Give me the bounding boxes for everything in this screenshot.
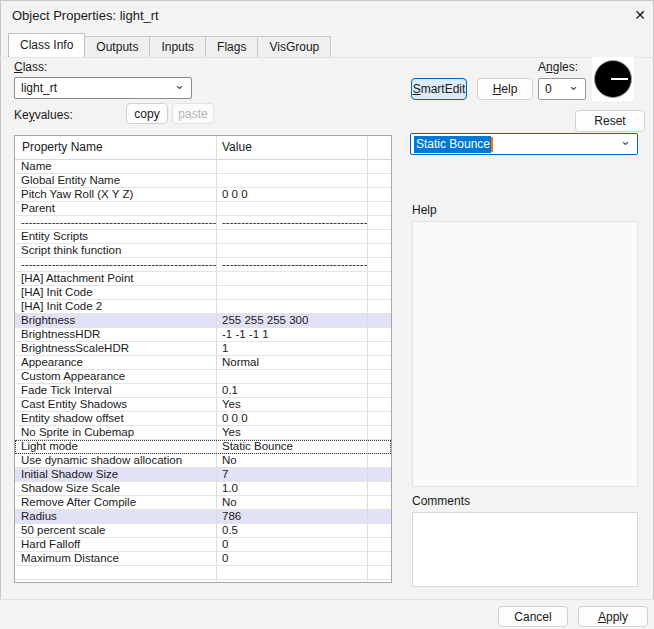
- copy-button[interactable]: copy: [126, 103, 168, 124]
- property-row[interactable]: Parent: [15, 202, 391, 216]
- tab-bar: Class InfoOutputsInputsFlagsVisGroup: [8, 34, 330, 57]
- property-row[interactable]: Global Entity Name: [15, 174, 391, 188]
- tab-visgroup[interactable]: VisGroup: [257, 36, 331, 57]
- light-mode-combobox-value: Static Bounce: [414, 136, 491, 153]
- tab-class-info[interactable]: Class Info: [8, 33, 85, 57]
- smartedit-button[interactable]: SmartEdit: [411, 78, 467, 100]
- header-property-name: Property Name: [15, 136, 217, 160]
- property-table-body: NameGlobal Entity NamePitch Yaw Roll (X …: [15, 160, 391, 583]
- property-row[interactable]: Entity Scripts: [15, 230, 391, 244]
- chevron-down-icon: ⌄: [620, 136, 631, 146]
- close-icon[interactable]: ✕: [630, 5, 650, 25]
- property-row[interactable]: Script think function: [15, 244, 391, 258]
- help-section-label: Help: [412, 203, 437, 217]
- property-row[interactable]: Maximum Distance0: [15, 552, 391, 566]
- property-row: [15, 580, 391, 583]
- property-row[interactable]: No Sprite in CubemapYes: [15, 426, 391, 440]
- property-row[interactable]: BrightnessHDR-1 -1 -1 1: [15, 328, 391, 342]
- property-table: Property Name Value NameGlobal Entity Na…: [14, 135, 392, 583]
- property-row[interactable]: Name: [15, 160, 391, 174]
- property-row[interactable]: 50 percent scale0.5: [15, 524, 391, 538]
- property-row[interactable]: Light modeStatic Bounce: [15, 440, 391, 454]
- help-box: [412, 221, 638, 487]
- tab-page-divider: [0, 57, 654, 58]
- chevron-down-icon: ⌄: [174, 80, 185, 90]
- tab-outputs[interactable]: Outputs: [84, 36, 150, 57]
- cancel-button[interactable]: Cancel: [498, 606, 568, 627]
- angle-indicator-line: [611, 78, 628, 80]
- property-row[interactable]: [HA] Init Code: [15, 286, 391, 300]
- angles-combobox[interactable]: 0 ⌄: [538, 78, 586, 100]
- property-row[interactable]: Brightness255 255 255 300: [15, 314, 391, 328]
- keyvalues-label: Keyvalues:: [14, 108, 73, 122]
- paste-button: paste: [172, 103, 214, 124]
- angles-combobox-value: 0: [545, 82, 552, 96]
- light-mode-combobox[interactable]: Static Bounce ⌄: [410, 133, 638, 155]
- tab-inputs[interactable]: Inputs: [149, 36, 206, 57]
- property-row[interactable]: BrightnessScaleHDR1: [15, 342, 391, 356]
- header-value: Value: [217, 136, 368, 160]
- property-row[interactable]: Shadow Size Scale1.0: [15, 482, 391, 496]
- property-row[interactable]: [HA] Init Code 2: [15, 300, 391, 314]
- property-row[interactable]: Hard Falloff0: [15, 538, 391, 552]
- comments-section-label: Comments: [412, 494, 470, 508]
- property-row[interactable]: Use dynamic shadow allocationNo: [15, 454, 391, 468]
- property-separator-row[interactable]: ----------------------------------------…: [15, 258, 391, 272]
- reset-button[interactable]: Reset: [575, 110, 645, 132]
- property-row[interactable]: Fade Tick Interval0.1: [15, 384, 391, 398]
- property-table-header: Property Name Value: [15, 136, 391, 160]
- tab-flags[interactable]: Flags: [205, 36, 258, 57]
- property-row[interactable]: Radius786: [15, 510, 391, 524]
- property-row[interactable]: Remove After CompileNo: [15, 496, 391, 510]
- class-label: Class:: [14, 60, 47, 74]
- property-row[interactable]: Cast Entity ShadowsYes: [15, 398, 391, 412]
- property-row[interactable]: AppearanceNormal: [15, 356, 391, 370]
- help-button[interactable]: Help: [477, 78, 533, 100]
- chevron-down-icon: ⌄: [568, 81, 579, 91]
- property-row[interactable]: [HA] Attachment Point: [15, 272, 391, 286]
- property-row[interactable]: Entity shadow offset0 0 0: [15, 412, 391, 426]
- title-bar: Object Properties: light_rt ✕: [0, 0, 654, 32]
- text-caret: [491, 137, 493, 152]
- property-row: [15, 566, 391, 580]
- comments-textarea[interactable]: [412, 512, 638, 587]
- property-row[interactable]: Custom Appearance: [15, 370, 391, 384]
- class-combobox[interactable]: light_rt ⌄: [14, 77, 192, 99]
- angles-label: Angles:: [538, 60, 578, 74]
- angle-dial[interactable]: [592, 57, 634, 101]
- property-row[interactable]: Pitch Yaw Roll (X Y Z)0 0 0: [15, 188, 391, 202]
- property-separator-row[interactable]: ----------------------------------------…: [15, 216, 391, 230]
- property-row[interactable]: Initial Shadow Size7: [15, 468, 391, 482]
- class-combobox-value: light_rt: [21, 81, 57, 95]
- apply-button[interactable]: Apply: [578, 606, 648, 627]
- window-title: Object Properties: light_rt: [12, 8, 159, 23]
